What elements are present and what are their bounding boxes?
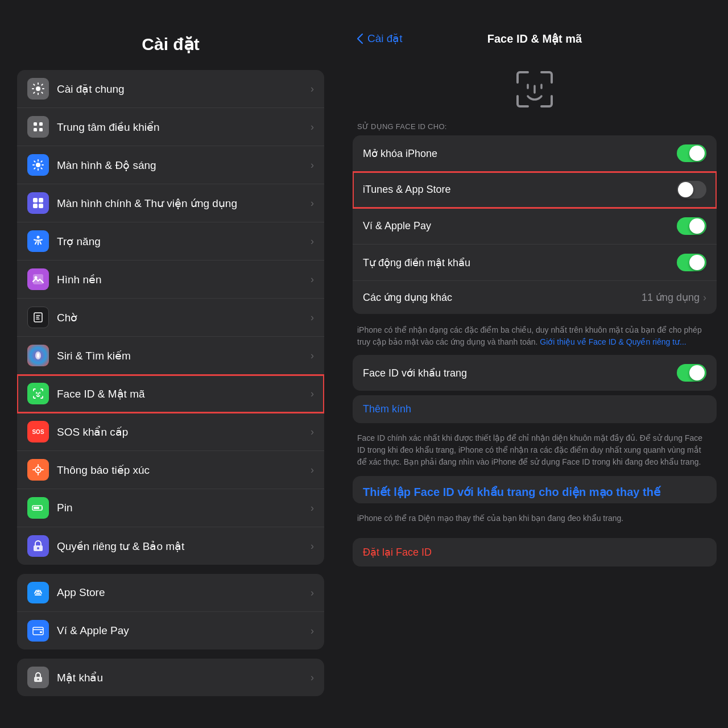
accessibility-icon bbox=[27, 230, 49, 252]
sidebar-label-quyen-rieng: Quyền riêng tư & Bảo mật bbox=[57, 540, 311, 553]
right-header: Cài đặt Face ID & Mật mã bbox=[341, 0, 728, 53]
add-glasses-group: Thêm kính bbox=[353, 395, 717, 423]
toggle-row-tu-dong[interactable]: Tự động điền mật khẩu bbox=[353, 245, 717, 281]
svg-rect-2 bbox=[39, 122, 43, 126]
toggle-label-tu-dong: Tự động điền mật khẩu bbox=[363, 257, 677, 269]
sidebar-item-pin[interactable]: Pin › bbox=[17, 489, 324, 527]
face-id-description: iPhone có thể nhận dạng các đặc điểm ba … bbox=[341, 318, 728, 355]
control-center-icon bbox=[27, 116, 49, 138]
sidebar-label-man-hinh: Màn hình & Độ sáng bbox=[57, 159, 311, 172]
chevron-icon: › bbox=[311, 464, 314, 476]
battery-icon bbox=[27, 497, 49, 519]
svg-point-22 bbox=[37, 547, 39, 549]
other-apps-label: Các ứng dụng khác bbox=[363, 291, 642, 304]
svg-rect-6 bbox=[33, 198, 38, 202]
sidebar-label-mat-khau: Mật khẩu bbox=[57, 671, 311, 684]
toggle-row-mo-khoa[interactable]: Mở khóa iPhone bbox=[353, 135, 717, 172]
sidebar-label-siri: Siri & Tìm kiếm bbox=[57, 349, 311, 362]
svg-point-0 bbox=[36, 86, 40, 91]
svg-point-15 bbox=[37, 353, 39, 358]
other-apps-row[interactable]: Các ứng dụng khác 11 ứng dụng › bbox=[353, 281, 717, 314]
chevron-icon: › bbox=[311, 235, 314, 247]
sidebar-label-thong-bao: Thông báo tiếp xúc bbox=[57, 464, 311, 477]
chevron-icon: › bbox=[311, 274, 314, 286]
setup-mask-group: Thiết lập Face ID với khẩu trang cho diệ… bbox=[353, 476, 717, 503]
chevron-icon: › bbox=[311, 587, 314, 599]
svg-rect-9 bbox=[39, 204, 43, 208]
toggle-itunes[interactable] bbox=[677, 181, 706, 198]
contact-notif-icon bbox=[27, 459, 49, 481]
sidebar-item-thong-bao[interactable]: Thông báo tiếp xúc › bbox=[17, 451, 324, 489]
chevron-icon: › bbox=[311, 350, 314, 362]
svg-point-10 bbox=[37, 236, 40, 239]
sidebar-item-hinh-nen[interactable]: Hình nền › bbox=[17, 260, 324, 299]
toggle-row-face-id-mask[interactable]: Face ID với khẩu trang bbox=[353, 355, 717, 391]
sidebar-label-vi-apple-pay: Ví & Apple Pay bbox=[57, 624, 311, 637]
settings-group-3: Mật khẩu › bbox=[17, 659, 324, 696]
chevron-icon: › bbox=[311, 540, 314, 552]
face-id-graphic bbox=[341, 53, 728, 122]
svg-point-18 bbox=[37, 469, 39, 471]
svg-rect-4 bbox=[39, 128, 43, 131]
setup-mask-description: iPhone có thể ra Diện mạo thay thế của b… bbox=[341, 508, 728, 532]
toggle-vi-apple-pay[interactable] bbox=[677, 217, 706, 235]
gear-icon bbox=[27, 78, 49, 100]
chevron-icon: › bbox=[311, 83, 314, 95]
svg-rect-20 bbox=[34, 507, 39, 509]
wallet-icon bbox=[27, 620, 49, 642]
sidebar-item-cho[interactable]: Chờ › bbox=[17, 299, 324, 337]
add-glasses-link[interactable]: Thêm kính bbox=[353, 395, 717, 423]
siri-icon bbox=[27, 345, 49, 366]
face-id-toggle-group: Mở khóa iPhone iTunes & App Store Ví & A… bbox=[353, 135, 717, 314]
toggle-label-face-id-mask: Face ID với khẩu trang bbox=[363, 367, 677, 379]
sidebar-item-tro-nang[interactable]: Trợ năng › bbox=[17, 222, 324, 260]
toggle-mo-khoa[interactable] bbox=[677, 144, 706, 162]
sidebar-item-app-store[interactable]: App Store › bbox=[17, 574, 324, 612]
sidebar-item-quyen-rieng[interactable]: Quyền riêng tư & Bảo mật › bbox=[17, 527, 324, 565]
faceid-icon bbox=[27, 383, 49, 404]
sidebar-item-siri[interactable]: Siri & Tìm kiếm › bbox=[17, 337, 324, 375]
svg-point-5 bbox=[36, 163, 40, 167]
chevron-icon: › bbox=[311, 426, 314, 438]
back-button[interactable]: Cài đặt bbox=[357, 32, 403, 45]
sidebar-label-pin: Pin bbox=[57, 502, 311, 514]
home-screen-icon bbox=[27, 192, 49, 214]
back-label: Cài đặt bbox=[367, 32, 403, 45]
svg-rect-8 bbox=[33, 204, 38, 208]
toggle-label-vi-apple-pay: Ví & Apple Pay bbox=[363, 220, 677, 232]
toggle-tu-dong[interactable] bbox=[677, 254, 706, 271]
svg-rect-3 bbox=[34, 128, 37, 131]
toggle-label-itunes: iTunes & App Store bbox=[363, 184, 677, 196]
sidebar-label-faceid: Face ID & Mật mã bbox=[57, 387, 311, 400]
sidebar-item-man-hinh[interactable]: Màn hình & Độ sáng › bbox=[17, 146, 324, 184]
sidebar-label-hinh-nen: Hình nền bbox=[57, 273, 311, 286]
setup-mask-link[interactable]: Thiết lập Face ID với khẩu trang cho diệ… bbox=[353, 476, 717, 503]
chevron-icon: › bbox=[311, 197, 314, 209]
sidebar-label-cho: Chờ bbox=[57, 311, 311, 324]
right-title: Face ID & Mật mã bbox=[487, 32, 582, 46]
sidebar-item-sos[interactable]: SOS SOS khẩn cấp › bbox=[17, 413, 324, 451]
toggle-face-id-mask[interactable] bbox=[677, 364, 706, 382]
sidebar-item-vi-apple-pay[interactable]: Ví & Apple Pay › bbox=[17, 612, 324, 650]
sidebar-item-mat-khau[interactable]: Mật khẩu › bbox=[17, 659, 324, 696]
svg-rect-7 bbox=[39, 198, 43, 202]
face-id-privacy-link[interactable]: Giới thiệu về Face ID & Quyền riêng tư..… bbox=[540, 337, 686, 346]
svg-rect-24 bbox=[40, 631, 42, 633]
password-icon bbox=[27, 667, 49, 688]
sidebar-label-trung-tam: Trung tâm điều khiển bbox=[57, 121, 311, 134]
sidebar-item-trung-tam[interactable]: Trung tâm điều khiển › bbox=[17, 108, 324, 146]
toggle-row-vi-apple-pay[interactable]: Ví & Apple Pay bbox=[353, 208, 717, 245]
app-store-icon bbox=[27, 582, 49, 603]
privacy-icon bbox=[27, 535, 49, 557]
standby-icon bbox=[27, 307, 49, 328]
sidebar-item-faceid[interactable]: Face ID & Mật mã › bbox=[17, 375, 324, 413]
toggle-row-itunes[interactable]: iTunes & App Store bbox=[353, 172, 717, 208]
sidebar-item-cai-dat-chung[interactable]: Cài đặt chung › bbox=[17, 70, 324, 108]
svg-rect-23 bbox=[33, 627, 43, 635]
chevron-icon: › bbox=[311, 502, 314, 514]
sidebar-item-man-hinh-chinh[interactable]: Màn hình chính & Thư viện ứng dụng › bbox=[17, 184, 324, 222]
reset-face-id-link[interactable]: Đặt lại Face ID bbox=[353, 538, 717, 566]
other-apps-count: 11 ứng dụng bbox=[642, 291, 700, 304]
mask-description: Face ID chính xác nhất khi được thiết lậ… bbox=[341, 428, 728, 476]
settings-group-2: App Store › Ví & Apple Pay › bbox=[17, 574, 324, 650]
